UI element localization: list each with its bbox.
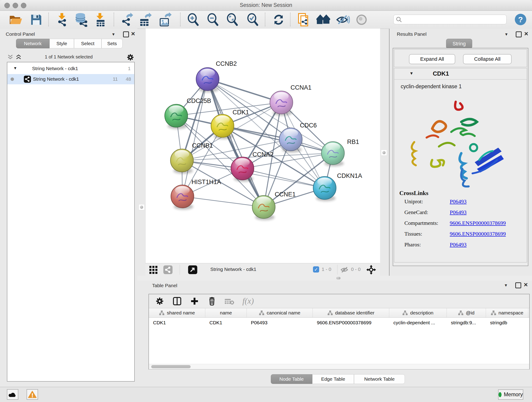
edge-HIST1H1A-CCNE1[interactable] xyxy=(182,196,264,207)
network-collection-row[interactable]: ▼ String Network - cdk1 1 xyxy=(7,64,134,74)
zoom-in-button[interactable] xyxy=(186,13,200,27)
column-header-database-identifier[interactable]: database identifier xyxy=(313,308,389,317)
save-session-button[interactable] xyxy=(29,13,43,27)
panel-close-icon[interactable]: × xyxy=(131,32,135,36)
panel-close-icon[interactable]: × xyxy=(524,282,528,287)
open-in-window-icon[interactable] xyxy=(188,265,197,274)
left-splitter-handle[interactable] xyxy=(139,204,145,210)
table-panel: Table Panel ▾ × xyxy=(138,281,532,387)
horizontal-splitter[interactable] xyxy=(138,276,532,281)
node-CCNB2[interactable] xyxy=(196,68,219,92)
panel-float-icon[interactable] xyxy=(516,32,522,37)
crosslink-value-link[interactable]: P06493 xyxy=(450,198,467,205)
memory-button[interactable]: Memory xyxy=(498,389,523,400)
column-header--id[interactable]: @id xyxy=(447,308,486,317)
column-header-shared-name[interactable]: shared name xyxy=(149,308,205,317)
table-horizontal-scrollbar[interactable] xyxy=(149,364,529,369)
network-row-selected[interactable]: String Network - cdk1 11 48 xyxy=(7,74,134,84)
delete-column-trash-icon[interactable] xyxy=(208,297,216,306)
control-tab-style[interactable]: Style xyxy=(50,39,74,48)
column-header-namespace[interactable]: namespace xyxy=(486,308,528,317)
import-network-file-button[interactable] xyxy=(55,13,69,27)
cloud-button[interactable] xyxy=(7,389,18,400)
crosslink-value-link[interactable]: 9606.ENSP00000378699 xyxy=(450,231,506,237)
scrollbar-thumb[interactable] xyxy=(151,365,191,368)
refresh-button[interactable] xyxy=(272,13,285,27)
new-network-from-selection-button[interactable] xyxy=(296,13,310,27)
collection-expander-icon[interactable]: ▼ xyxy=(13,66,17,70)
crosslink-value-link[interactable]: P06493 xyxy=(450,209,467,216)
grid-view-icon[interactable] xyxy=(149,265,159,274)
protein-section-header[interactable]: ▼ CDK1 xyxy=(394,68,527,80)
panel-menu-icon[interactable]: ▾ xyxy=(112,32,114,37)
column-header-description[interactable]: description xyxy=(389,308,447,317)
node-HIST1H1A[interactable] xyxy=(171,185,194,210)
node-CDK1[interactable] xyxy=(211,114,234,139)
help-button[interactable]: ? xyxy=(515,14,526,25)
export-image-button[interactable] xyxy=(158,13,172,27)
node-CCNB1[interactable] xyxy=(171,149,193,174)
table-tab-edge-table[interactable]: Edge Table xyxy=(312,374,354,384)
hide-selected-button[interactable] xyxy=(336,13,350,27)
zoom-fit-button[interactable] xyxy=(225,13,239,27)
table-panel-tabs: Node TableEdge TableNetwork Table xyxy=(271,374,405,384)
add-column-icon[interactable] xyxy=(190,297,199,306)
current-network-dot-icon xyxy=(11,77,14,81)
search-field[interactable] xyxy=(393,15,507,24)
panel-menu-icon[interactable]: ▾ xyxy=(505,282,507,288)
panel-menu-icon[interactable]: ▾ xyxy=(505,32,507,37)
results-tab-string[interactable]: String xyxy=(446,39,472,49)
search-icon xyxy=(396,17,402,22)
birdseye-navigator-icon[interactable] xyxy=(366,265,376,274)
control-tab-select[interactable]: Select xyxy=(74,39,101,48)
export-network-button[interactable] xyxy=(120,13,134,27)
node-RB1[interactable] xyxy=(322,142,344,166)
show-all-button[interactable] xyxy=(355,13,368,27)
network-canvas[interactable]: CCNB2CCNA1CDC25BCDK1CDC6RB1CCNB1CCNA2CDK… xyxy=(145,29,380,263)
table-tab-node-table[interactable]: Node Table xyxy=(271,374,312,384)
horizontal-splitter-handle[interactable] xyxy=(336,277,341,279)
table-row[interactable]: CDK1CDK1P064939606.ENSP00000378699cyclin… xyxy=(149,318,529,328)
selected-count-checkbox[interactable]: ✓ xyxy=(313,266,319,273)
panel-float-icon[interactable] xyxy=(123,32,129,37)
export-table-button[interactable] xyxy=(139,13,152,27)
show-columns-icon[interactable] xyxy=(173,297,181,306)
zoom-selected-button[interactable] xyxy=(246,13,260,27)
zoom-selected-icon xyxy=(246,13,259,26)
expand-all-button[interactable]: Expand All xyxy=(409,54,455,64)
control-tab-network[interactable]: Network xyxy=(16,39,50,48)
node-CDC6[interactable] xyxy=(279,128,302,153)
panel-float-icon[interactable] xyxy=(515,282,521,288)
zoom-out-button[interactable] xyxy=(206,13,220,27)
network-share-view-icon[interactable] xyxy=(163,265,172,274)
column-header-name[interactable]: name xyxy=(205,308,247,317)
section-expander-icon[interactable]: ▼ xyxy=(409,71,413,76)
node-CCNA2[interactable] xyxy=(231,157,254,182)
collapse-all-button[interactable]: Collapse All xyxy=(463,54,512,64)
crosslink-value-link[interactable]: P06493 xyxy=(450,242,467,248)
control-tab-sets[interactable]: Sets xyxy=(101,39,123,48)
panel-close-icon[interactable]: × xyxy=(524,32,528,36)
edge-CCNA2-CDKN1A[interactable] xyxy=(242,168,325,188)
cloud-icon xyxy=(8,391,17,397)
node-CDC25B[interactable] xyxy=(165,104,188,129)
crosslink-value-link[interactable]: 9606.ENSP00000378699 xyxy=(450,220,506,226)
search-input[interactable] xyxy=(402,17,501,22)
node-CCNA1[interactable] xyxy=(270,91,293,116)
table-gear-icon[interactable] xyxy=(155,297,164,306)
first-neighbors-button[interactable] xyxy=(317,13,330,27)
gear-icon[interactable] xyxy=(127,53,134,61)
right-splitter-handle[interactable] xyxy=(381,150,387,156)
import-table-button[interactable] xyxy=(93,13,107,27)
import-network-database-button[interactable] xyxy=(75,13,88,27)
collection-count: 1 xyxy=(128,66,131,71)
warning-button[interactable] xyxy=(27,389,38,400)
network-graph[interactable]: CCNB2CCNA1CDC25BCDK1CDC6RB1CCNB1CCNA2CDK… xyxy=(146,29,380,263)
node-table-box: f(x) shared namenamecanonical namedataba… xyxy=(148,294,530,370)
column-header-canonical-name[interactable]: canonical name xyxy=(247,308,313,317)
edge-CCNB2-CCNE1[interactable] xyxy=(208,79,264,207)
table-tab-network-table[interactable]: Network Table xyxy=(354,374,405,384)
node-CCNE1[interactable] xyxy=(252,196,275,220)
node-CDKN1A[interactable] xyxy=(313,177,336,201)
open-session-button[interactable] xyxy=(9,13,23,27)
